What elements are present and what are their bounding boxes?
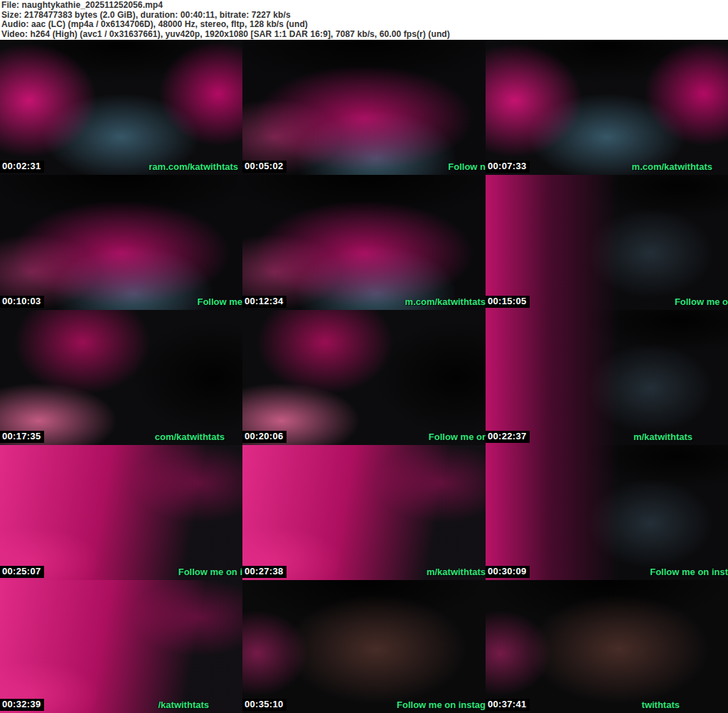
video-thumbnail-6[interactable]: Follow me o 00:15:05 [486, 175, 728, 310]
video-thumbnail-1[interactable]: ram.com/katwithtats 00:02:31 [0, 40, 242, 175]
overlay-caption-text: com/katwithtats [155, 431, 225, 442]
timestamp-badge: 00:32:39 [0, 699, 44, 711]
video-thumbnail-4[interactable]: Follow me 00:10:03 [0, 175, 242, 310]
thumbnail-image [486, 580, 728, 713]
video-thumbnail-14[interactable]: Follow me on instag 00:35:10 [242, 580, 486, 713]
overlay-caption-text: m/katwithtats [633, 431, 692, 442]
video-thumbnail-5[interactable]: m.com/katwithtats 00:12:34 [242, 175, 486, 310]
timestamp-badge: 00:12:34 [242, 296, 287, 308]
overlay-caption-text: twithtats [642, 699, 680, 710]
overlay-caption-text: Follow me [197, 296, 242, 307]
thumbnail-image [0, 40, 242, 175]
timestamp-badge: 00:30:09 [486, 566, 530, 578]
thumbnail-image [0, 310, 242, 445]
thumbnail-image [0, 445, 242, 580]
overlay-caption-text: ram.com/katwithtats [149, 161, 238, 172]
overlay-caption-text: /katwithtats [158, 699, 209, 710]
overlay-caption-text: m/katwithtats [427, 567, 486, 577]
thumbnail-image [242, 580, 486, 713]
thumbnail-image [242, 445, 486, 580]
video-thumbnail-9[interactable]: m/katwithtats 00:22:37 [486, 310, 728, 445]
timestamp-badge: 00:27:38 [242, 566, 287, 578]
overlay-caption-text: m.com/katwithtats [632, 161, 712, 172]
video-thumbnail-15[interactable]: twithtats 00:37:41 [486, 580, 728, 713]
overlay-caption-text: Follow me on i [178, 567, 242, 577]
overlay-caption-text: m.com/katwithtats [405, 296, 486, 307]
metadata-header: File: naughtykathie_202511252056.mp4 Siz… [0, 0, 728, 40]
timestamp-badge: 00:35:10 [242, 699, 287, 711]
timestamp-badge: 00:20:06 [242, 431, 287, 443]
overlay-caption-text: Follow me o [675, 296, 728, 307]
thumbnail-image [486, 310, 728, 445]
video-thumbnail-8[interactable]: Follow me or 00:20:06 [242, 310, 486, 445]
video-thumbnail-7[interactable]: com/katwithtats 00:17:35 [0, 310, 242, 445]
timestamp-badge: 00:25:07 [0, 566, 44, 578]
video-thumbnail-2[interactable]: Follow n 00:05:02 [242, 40, 486, 175]
overlay-caption-text: Follow me on inst [650, 567, 728, 577]
timestamp-badge: 00:22:37 [486, 431, 530, 443]
thumbnail-image [242, 310, 486, 445]
file-name-line: File: naughtykathie_202511252056.mp4 [1, 1, 728, 11]
thumbnail-image [486, 445, 728, 580]
thumbnail-image [486, 40, 728, 175]
thumbnail-grid: ram.com/katwithtats 00:02:31 Follow n 00… [0, 40, 728, 713]
timestamp-badge: 00:15:05 [486, 296, 530, 308]
thumbnail-image [242, 175, 486, 310]
audio-info-line: Audio: aac (LC) (mp4a / 0x6134706D), 480… [1, 20, 728, 30]
timestamp-badge: 00:10:03 [0, 296, 44, 308]
timestamp-badge: 00:17:35 [0, 431, 44, 443]
timestamp-badge: 00:02:31 [0, 161, 44, 173]
thumbnail-image [0, 580, 242, 713]
video-thumbnail-13[interactable]: /katwithtats 00:32:39 [0, 580, 242, 713]
overlay-caption-text: Follow me on instag [397, 699, 486, 710]
video-thumbnail-11[interactable]: m/katwithtats 00:27:38 [242, 445, 486, 580]
thumbnail-image [0, 175, 242, 310]
video-thumbnail-10[interactable]: Follow me on i 00:25:07 [0, 445, 242, 580]
thumbnail-image [486, 175, 728, 310]
video-thumbnail-3[interactable]: m.com/katwithtats 00:07:33 [486, 40, 728, 175]
video-thumbnail-12[interactable]: Follow me on inst 00:30:09 [486, 445, 728, 580]
overlay-caption-text: Follow me or [429, 431, 486, 442]
thumbnail-image [242, 40, 486, 175]
video-info-line: Video: h264 (High) (avc1 / 0x31637661), … [1, 30, 728, 40]
timestamp-badge: 00:05:02 [242, 161, 287, 173]
file-size-line: Size: 2178477383 bytes (2.0 GiB), durati… [1, 11, 728, 21]
timestamp-badge: 00:07:33 [486, 161, 530, 173]
overlay-caption-text: Follow n [448, 161, 486, 172]
timestamp-badge: 00:37:41 [486, 699, 530, 711]
